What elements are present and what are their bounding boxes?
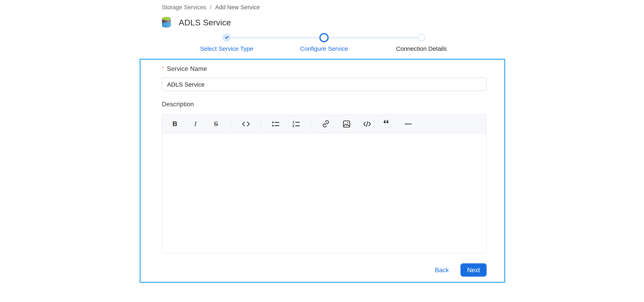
step-label: Select Service Type — [182, 45, 271, 52]
step-completed-indicator — [222, 33, 231, 42]
back-button[interactable]: Back — [435, 266, 449, 274]
configure-service-card: *Service Name Description B I S — [140, 59, 505, 283]
description-editor-body[interactable] — [162, 133, 486, 253]
service-name-label-text: Service Name — [167, 65, 207, 72]
horizontal-rule-icon[interactable] — [400, 118, 416, 130]
blockquote-icon[interactable]: “ — [379, 118, 396, 130]
italic-glyph: I — [194, 120, 196, 128]
form-actions: Back Next — [435, 263, 486, 277]
service-name-input[interactable] — [162, 78, 486, 91]
step-pending-indicator — [418, 34, 425, 41]
step-label: Connection Details — [377, 45, 466, 52]
adls-service-icon — [161, 16, 172, 28]
bold-glyph: B — [172, 120, 177, 128]
svg-text:2: 2 — [292, 124, 294, 128]
next-button[interactable]: Next — [460, 263, 486, 277]
stepper-connector — [329, 37, 418, 38]
page-header: ADLS Service — [161, 16, 231, 28]
svg-text:“: “ — [383, 120, 389, 128]
service-name-label: *Service Name — [162, 65, 207, 72]
numbered-list-icon[interactable]: 1 2 — [288, 118, 304, 130]
breadcrumb: Storage Services / Add New Service — [162, 4, 260, 10]
description-label: Description — [162, 101, 194, 108]
bulleted-list-icon[interactable] — [268, 118, 284, 130]
italic-icon[interactable]: I — [187, 118, 204, 130]
step-active-indicator — [320, 33, 329, 42]
svg-text:1: 1 — [292, 120, 294, 124]
breadcrumb-add-new-service: Add New Service — [215, 4, 260, 10]
description-rich-text-editor: B I S — [162, 114, 486, 253]
toolbar-divider — [231, 118, 231, 129]
bold-icon[interactable]: B — [167, 118, 183, 130]
editor-toolbar: B I S — [162, 115, 486, 133]
step-label: Configure Service — [280, 45, 368, 52]
link-icon[interactable] — [318, 118, 334, 130]
stepper-connector — [231, 37, 320, 38]
page-title: ADLS Service — [179, 18, 231, 27]
code-block-icon[interactable] — [359, 118, 375, 130]
image-icon[interactable] — [338, 118, 354, 130]
add-new-service-page: Storage Services / Add New Service — [0, 0, 644, 302]
toolbar-divider — [311, 118, 311, 129]
inline-code-icon[interactable] — [238, 118, 254, 130]
breadcrumb-storage-services[interactable]: Storage Services — [162, 4, 206, 10]
strikethrough-icon[interactable]: S — [208, 118, 224, 130]
breadcrumb-separator: / — [210, 4, 212, 10]
wizard-stepper: Select Service Type Configure Service Co… — [0, 32, 644, 56]
required-asterisk: * — [162, 65, 164, 72]
strikethrough-glyph: S — [214, 120, 218, 128]
check-icon — [224, 35, 229, 40]
toolbar-divider — [260, 118, 261, 129]
